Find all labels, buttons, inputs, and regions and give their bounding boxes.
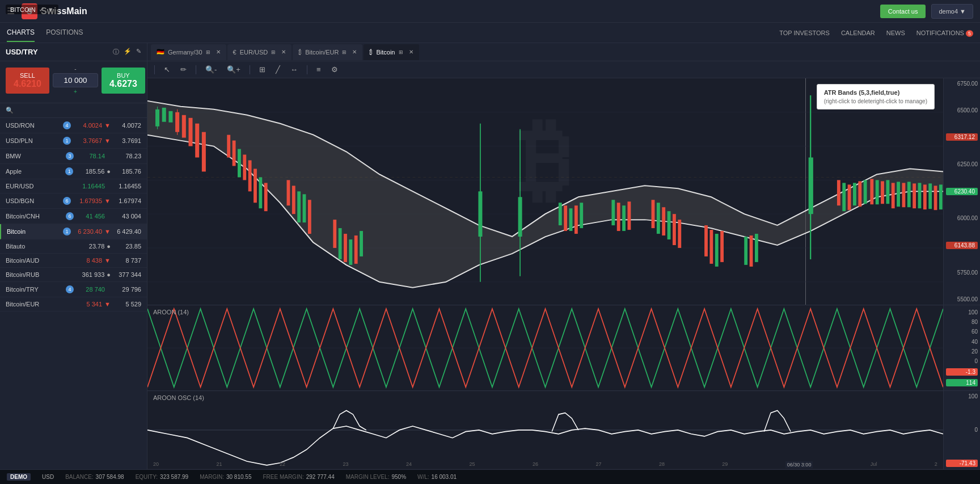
- amount-section: - +: [53, 66, 98, 95]
- svg-rect-10: [168, 111, 172, 123]
- sell-button[interactable]: SELL 4.6210: [6, 68, 49, 94]
- tab-close-bitcoin-eur[interactable]: ✕: [352, 49, 357, 55]
- svg-rect-74: [892, 183, 895, 208]
- tab-close-germany[interactable]: ✕: [216, 49, 221, 55]
- price-badge-high: 6317.12: [946, 133, 978, 141]
- tab-close-eurusd[interactable]: ✕: [281, 49, 286, 55]
- price-level-6: 5500.00: [946, 296, 978, 302]
- settings-tool[interactable]: ⚙: [328, 64, 341, 75]
- instrument-name: BITCOIN: [10, 6, 36, 13]
- watchlist-item-apple[interactable]: Apple 1 185.56 ● 185.76: [0, 164, 147, 179]
- tab-settings-bitcoin-eur[interactable]: ⊞: [342, 49, 347, 55]
- svg-rect-64: [837, 180, 840, 205]
- tab-bitcoin-eur[interactable]: ₿ Bitcoin/EUR ⊞ ✕: [293, 44, 362, 60]
- svg-rect-29: [308, 200, 311, 234]
- watchlist-item-bitcoin[interactable]: Bitcoin 1 6 230.40 ▼ 6 429.40: [0, 224, 147, 239]
- price-axis-main: 6750.00 6500.00 6317.12 6250.00 6230.40 …: [943, 78, 980, 305]
- watchlist-item-bitcoin-eur[interactable]: Bitcoin/EUR 5 341 ▼ 5 529: [0, 297, 147, 312]
- watchlist-item-bitcoin-cnh[interactable]: Bitcoin/CNH 6 41 456 43 004: [0, 209, 147, 224]
- watchlist-item-bitcoin-aud[interactable]: Bitcoin/AUD 8 438 ▼ 8 737: [0, 254, 147, 268]
- price-level-1: 6750.00: [946, 81, 978, 87]
- margin-status: MARGIN: 30 810.55: [200, 474, 251, 480]
- svg-rect-47: [622, 205, 626, 231]
- svg-rect-61: [755, 234, 758, 262]
- main-chart: ATR Bands (5,3,field,true) (right-click …: [147, 78, 980, 305]
- arrow-down-icon[interactable]: ▼: [48, 6, 54, 13]
- margin-level-value: 950%: [391, 474, 406, 480]
- tab-close-bitcoin[interactable]: ✕: [409, 49, 413, 55]
- svg-rect-14: [188, 118, 192, 146]
- wl-label: W/L:: [417, 474, 429, 480]
- more-tool[interactable]: ≡: [313, 64, 324, 75]
- margin-level-status: MARGIN LEVEL: 950%: [346, 474, 406, 480]
- svg-rect-76: [902, 183, 906, 207]
- tab-eurusd[interactable]: € EUR/USD ⊞ ✕: [227, 44, 292, 60]
- svg-rect-42: [569, 208, 573, 231]
- trade-row: SELL 4.6210 - + BUY 4.6273: [6, 66, 141, 95]
- svg-rect-71: [876, 180, 879, 204]
- watchlist-item-bitcoin-rub[interactable]: Bitcoin/RUB 361 933 ● 377 344: [0, 268, 147, 282]
- watchlist-item-bitauto[interactable]: Bitauto 23.78 ● 23.85: [0, 239, 147, 254]
- svg-rect-16: [202, 132, 206, 172]
- tab-settings-eurusd[interactable]: ⊞: [271, 49, 276, 55]
- separator-3: [250, 65, 250, 74]
- measure-tool[interactable]: ↔: [287, 64, 301, 75]
- demo-button[interactable]: demo4 ▼: [931, 4, 973, 19]
- nav-news[interactable]: NEWS: [886, 30, 905, 36]
- chart-icon[interactable]: ⚡: [124, 48, 132, 56]
- sidebar: USD/TRY ⓘ ⚡ ✎ SELL 4.6210 -: [0, 43, 147, 469]
- zoom-out-tool[interactable]: 🔍-: [202, 64, 220, 75]
- nav-calendar[interactable]: CALENDAR: [841, 30, 875, 36]
- indicators-tool[interactable]: ⊞: [256, 64, 269, 75]
- edit-icon[interactable]: ✎: [136, 48, 141, 56]
- nav-positions[interactable]: POSITIONS: [46, 24, 83, 42]
- amount-input[interactable]: [53, 73, 98, 87]
- navbar-left: CHARTS POSITIONS: [7, 24, 83, 42]
- watchlist-item-usd-bgn[interactable]: USD/BGN 6 1.67935 ▼ 1.67974: [0, 193, 147, 209]
- fullscreen-icon[interactable]: ⤢: [39, 6, 44, 13]
- navbar-right: TOP INVESTORS CALENDAR NEWS NOTIFICATION…: [779, 30, 973, 36]
- tab-germany30[interactable]: 🇩🇪 Germany/30 ⊞ ✕: [151, 44, 226, 60]
- tab-settings-bitcoin[interactable]: ⊞: [399, 49, 403, 55]
- svg-rect-82: [934, 186, 937, 210]
- nav-top-investors[interactable]: TOP INVESTORS: [779, 30, 830, 36]
- pair-action-icons: ⓘ ⚡ ✎: [113, 48, 141, 56]
- main-content: USD/TRY ⓘ ⚡ ✎ SELL 4.6210 -: [0, 43, 980, 469]
- watchlist-item-bmw[interactable]: BMW 3 78.14 78.23: [0, 149, 147, 164]
- svg-rect-27: [297, 191, 301, 222]
- svg-rect-81: [928, 183, 932, 209]
- separator-1: [154, 65, 155, 74]
- chart-panels: ATR Bands (5,3,field,true) (right-click …: [147, 78, 980, 469]
- watchlist-item-usd-pln[interactable]: USD/PLN 1 3.7667 ▼ 3.7691: [0, 133, 147, 149]
- instrument-badge: BITCOIN ⤢ ▼: [6, 5, 58, 14]
- buy-section: BUY 4.6273: [102, 68, 145, 94]
- buy-button[interactable]: BUY 4.6273: [102, 68, 145, 94]
- sell-section: SELL 4.6210: [6, 68, 49, 94]
- zoom-in-tool[interactable]: 🔍+: [223, 64, 244, 75]
- tab-settings-germany[interactable]: ⊞: [206, 49, 210, 55]
- draw-tool[interactable]: ✏: [177, 64, 190, 75]
- balance-value: 307 584.98: [96, 474, 124, 480]
- nav-charts[interactable]: CHARTS: [7, 24, 35, 42]
- contact-button[interactable]: Contact us: [880, 5, 926, 18]
- svg-rect-49: [652, 200, 655, 228]
- svg-rect-17: [227, 135, 230, 158]
- nav-notifications[interactable]: NOTIFICATIONS 5: [916, 30, 973, 36]
- svg-rect-83: [939, 184, 943, 209]
- cursor-tool[interactable]: ↖: [160, 64, 174, 75]
- watchlist-item-usd-ron[interactable]: USD/RON 4 4.0024 ▼ 4.0072: [0, 118, 147, 133]
- tab-bitcoin[interactable]: ₿ Bitcoin ⊞ ✕: [364, 44, 419, 60]
- svg-rect-57: [715, 234, 719, 267]
- watchlist-item-eurusd[interactable]: EUR/USD 1.16445 1.16455: [0, 179, 147, 193]
- info-icon[interactable]: ⓘ: [113, 48, 119, 56]
- svg-rect-66: [848, 184, 851, 210]
- watchlist-item-bitcoin-try[interactable]: Bitcoin/TRY 4 28 740 29 796: [0, 282, 147, 297]
- main-chart-svg: ₿: [147, 78, 943, 305]
- watchlist: USD/RON 4 4.0024 ▼ 4.0072 USD/PLN 1 3.76…: [0, 118, 147, 469]
- price-level-4: 6000.00: [946, 215, 978, 221]
- svg-rect-58: [720, 231, 724, 262]
- search-icon[interactable]: 🔍: [6, 107, 14, 113]
- svg-rect-13: [182, 115, 186, 138]
- line-tool[interactable]: ╱: [272, 64, 284, 75]
- svg-rect-53: [673, 214, 676, 245]
